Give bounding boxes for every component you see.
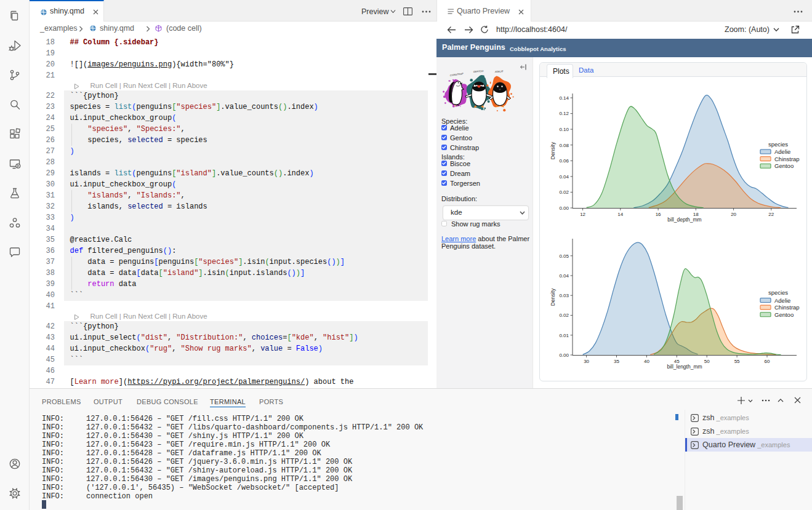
svg-text:ADELIE: ADELIE (494, 70, 504, 73)
svg-text:GENTOO: GENTOO (473, 70, 484, 73)
svg-text:CHINSTRAP: CHINSTRAP (450, 73, 464, 77)
